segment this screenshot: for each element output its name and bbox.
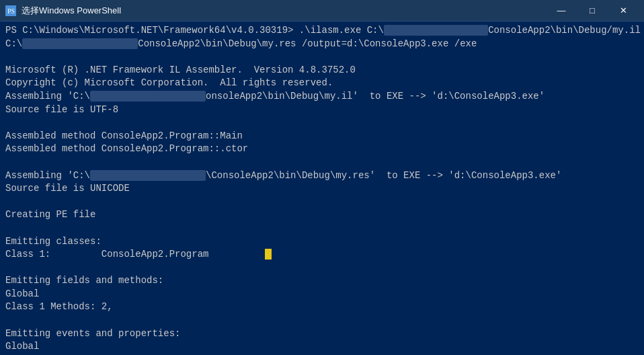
- console-output: PS C:\Windows\Microsoft.NET\Framework64\…: [0, 22, 644, 355]
- console-line: C:\ ConsoleApp2\bin\Debug\my.res /output…: [5, 38, 639, 51]
- svg-text:PS: PS: [7, 7, 15, 15]
- blurred-path-4: [90, 170, 206, 181]
- console-line: Emitting events and properties:: [5, 327, 639, 341]
- console-line: Assembling 'C:\ onsoleApp2\bin\Debug\my.…: [5, 90, 639, 104]
- console-line: PS C:\Windows\Microsoft.NET\Framework64\…: [5, 24, 639, 38]
- console-line: Microsoft (R) .NET Framework IL Assemble…: [5, 64, 639, 77]
- console-line-blank: [5, 314, 639, 327]
- console-line-blank: [5, 116, 639, 130]
- console-line: Assembling 'C:\ \ConsoleApp2\bin\Debug\m…: [5, 169, 639, 183]
- console-line: Creating PE file: [5, 208, 639, 222]
- console-line: Assembled method ConsoleApp2.Program::.c…: [5, 143, 639, 156]
- console-line: Source file is UNICODE: [5, 182, 639, 196]
- blurred-path: [384, 25, 488, 36]
- title-bar-left: PS 选择Windows PowerShell: [5, 5, 121, 17]
- title-bar: PS 选择Windows PowerShell — □ ✕: [0, 0, 644, 22]
- console-line: Copyright (c) Microsoft Corporation. All…: [5, 77, 639, 90]
- console-line: Global: [5, 288, 639, 301]
- console-line: Global: [5, 340, 639, 354]
- console-line: Source file is UTF-8: [5, 104, 639, 117]
- console-line: Emitting classes:: [5, 235, 639, 249]
- window-controls: — □ ✕: [546, 0, 639, 22]
- cursor: [265, 249, 272, 260]
- blurred-path-2: [22, 38, 138, 49]
- powershell-icon: PS: [5, 5, 16, 16]
- console-line-blank: [5, 156, 639, 169]
- console-line-blank: [5, 262, 639, 275]
- console-line: Emitting fields and methods:: [5, 274, 639, 288]
- console-line-blank: [5, 196, 639, 209]
- console-line: Assembled method ConsoleApp2.Program::Ma…: [5, 130, 639, 143]
- blurred-path-3: [90, 91, 206, 102]
- minimize-button[interactable]: —: [546, 0, 577, 22]
- close-button[interactable]: ✕: [608, 0, 639, 22]
- console-line-blank: [5, 50, 639, 64]
- console-line: Class 1 Methods: 2,: [5, 301, 639, 314]
- maximize-button[interactable]: □: [577, 0, 608, 22]
- window-title: 选择Windows PowerShell: [22, 5, 121, 17]
- console-line-blank: [5, 222, 639, 235]
- powershell-window: PS 选择Windows PowerShell — □ ✕ PS C:\Wind…: [0, 0, 644, 355]
- console-line: Class 1: ConsoleApp2.Program: [5, 248, 639, 262]
